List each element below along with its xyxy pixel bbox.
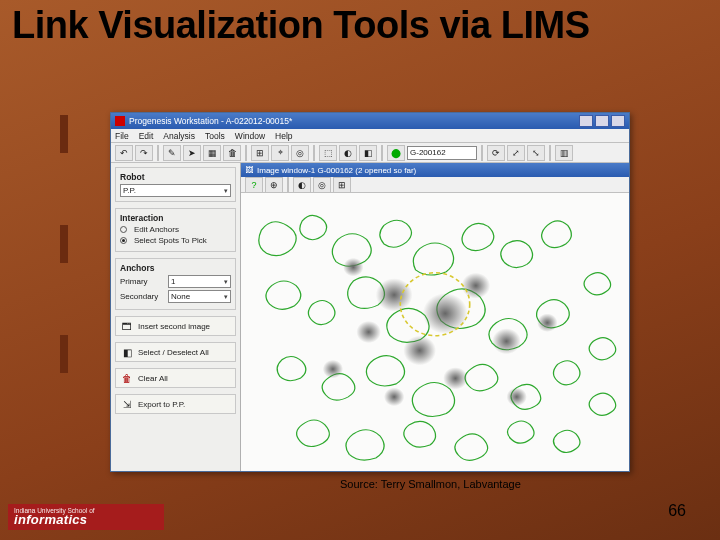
export-button[interactable]: ⇲ Export to P.P. [115, 394, 236, 414]
inner-toolbar-icon[interactable]: ◐ [293, 177, 311, 193]
toolbar-icon[interactable]: ◐ [339, 145, 357, 161]
main-toolbar: ↶ ↷ ✎ ➤ ▦ 🗑 ⊞ ⌖ ◎ ⬚ ◐ ◧ ⬤ G-200162 ⟳ ⤢ ⤡… [111, 143, 629, 163]
radio-edit-anchors[interactable]: Edit Anchors [120, 225, 231, 234]
window-titlebar: Progenesis Workstation - A-022012-00015* [111, 113, 629, 129]
toolbar-separator [381, 145, 383, 161]
clear-all-button[interactable]: 🗑 Clear All [115, 368, 236, 388]
toolbar-separator [481, 145, 483, 161]
toolbar-icon[interactable]: ▥ [555, 145, 573, 161]
interaction-label: Interaction [120, 213, 231, 223]
svg-point-1 [376, 278, 413, 311]
menu-analysis[interactable]: Analysis [163, 131, 195, 141]
inner-window-title: Image window-1 G-000162 (2 opened so far… [257, 166, 416, 175]
toolbar-icon[interactable]: ◎ [291, 145, 309, 161]
select-deselect-button[interactable]: ◧ Select / Deselect All [115, 342, 236, 362]
id-field[interactable]: G-200162 [407, 146, 477, 160]
toolbar-icon[interactable]: ◧ [359, 145, 377, 161]
page-number: 66 [668, 502, 686, 520]
logo-top-text: Indiana University School of [14, 507, 158, 514]
visualization-canvas[interactable] [241, 193, 629, 471]
maximize-button[interactable] [595, 115, 609, 127]
toolbar-separator [549, 145, 551, 161]
svg-point-8 [384, 388, 404, 407]
svg-point-6 [492, 328, 521, 354]
menu-tools[interactable]: Tools [205, 131, 225, 141]
slide-title: Link Visualization Tools via LIMS [0, 0, 720, 46]
sidebar: Robot P.P.▾ Interaction Edit Anchors Sel… [111, 163, 241, 471]
menubar: File Edit Analysis Tools Window Help [111, 129, 629, 143]
robot-panel: Robot P.P.▾ [115, 167, 236, 202]
toolbar-icon[interactable]: ⤡ [527, 145, 545, 161]
svg-point-11 [343, 258, 363, 277]
main-panel: 🖼 Image window-1 G-000162 (2 opened so f… [241, 163, 629, 471]
toolbar-icon[interactable]: ↷ [135, 145, 153, 161]
svg-point-12 [537, 313, 557, 332]
insert-image-button[interactable]: 🗔 Insert second image [115, 316, 236, 336]
toolbar-icon[interactable]: 🗑 [223, 145, 241, 161]
inner-toolbar: ? ⊕ ◐ ◎ ⊞ [241, 177, 629, 193]
toolbar-icon[interactable]: ⬚ [319, 145, 337, 161]
logo: Indiana University School of informatics [8, 504, 164, 530]
inner-toolbar-icon[interactable]: ? [245, 177, 263, 193]
toolbar-icon[interactable]: ⊞ [251, 145, 269, 161]
export-icon: ⇲ [120, 397, 134, 411]
svg-point-2 [423, 293, 468, 334]
secondary-label: Secondary [120, 292, 164, 301]
svg-point-7 [443, 367, 468, 389]
inner-window-titlebar: 🖼 Image window-1 G-000162 (2 opened so f… [241, 163, 629, 177]
toolbar-separator [157, 145, 159, 161]
robot-label: Robot [120, 172, 231, 182]
menu-edit[interactable]: Edit [139, 131, 154, 141]
toolbar-icon[interactable]: ⟳ [487, 145, 505, 161]
app-window: Progenesis Workstation - A-022012-00015*… [110, 112, 630, 472]
toolbar-icon[interactable]: ↶ [115, 145, 133, 161]
menu-window[interactable]: Window [235, 131, 265, 141]
radio-icon [120, 226, 127, 233]
window-title: Progenesis Workstation - A-022012-00015* [129, 116, 292, 126]
svg-point-5 [356, 321, 381, 343]
inner-toolbar-icon[interactable]: ⊕ [265, 177, 283, 193]
image-icon: 🖼 [245, 166, 253, 175]
toolbar-icon[interactable]: ➤ [183, 145, 201, 161]
trash-icon: 🗑 [120, 371, 134, 385]
chevron-down-icon: ▾ [224, 293, 228, 301]
app-icon [115, 116, 125, 126]
toolbar-icon[interactable]: ⬤ [387, 145, 405, 161]
source-attribution: Source: Terry Smallmon, Labvantage [340, 478, 521, 490]
decorative-bars [60, 115, 68, 373]
chevron-down-icon: ▾ [224, 278, 228, 286]
select-icon: ◧ [120, 345, 134, 359]
toolbar-icon[interactable]: ▦ [203, 145, 221, 161]
svg-point-10 [506, 388, 526, 407]
svg-point-4 [403, 336, 436, 366]
inner-toolbar-icon[interactable]: ⊞ [333, 177, 351, 193]
primary-label: Primary [120, 277, 164, 286]
radio-select-spots[interactable]: Select Spots To Pick [120, 236, 231, 245]
toolbar-icon[interactable]: ⌖ [271, 145, 289, 161]
chevron-down-icon: ▾ [224, 187, 228, 195]
minimize-button[interactable] [579, 115, 593, 127]
toolbar-icon[interactable]: ✎ [163, 145, 181, 161]
insert-icon: 🗔 [120, 319, 134, 333]
toolbar-icon[interactable]: ⤢ [507, 145, 525, 161]
anchors-panel: Anchors Primary 1▾ Secondary None▾ [115, 258, 236, 310]
menu-help[interactable]: Help [275, 131, 292, 141]
interaction-panel: Interaction Edit Anchors Select Spots To… [115, 208, 236, 252]
inner-toolbar-icon[interactable]: ◎ [313, 177, 331, 193]
secondary-dropdown[interactable]: None▾ [168, 290, 231, 303]
svg-point-9 [323, 360, 343, 379]
logo-main-text: informatics [14, 512, 158, 527]
toolbar-separator [313, 145, 315, 161]
robot-dropdown[interactable]: P.P.▾ [120, 184, 231, 197]
close-button[interactable] [611, 115, 625, 127]
primary-dropdown[interactable]: 1▾ [168, 275, 231, 288]
menu-file[interactable]: File [115, 131, 129, 141]
anchors-label: Anchors [120, 263, 231, 273]
radio-icon [120, 237, 127, 244]
toolbar-separator [287, 177, 289, 193]
svg-point-3 [462, 273, 491, 299]
toolbar-separator [245, 145, 247, 161]
